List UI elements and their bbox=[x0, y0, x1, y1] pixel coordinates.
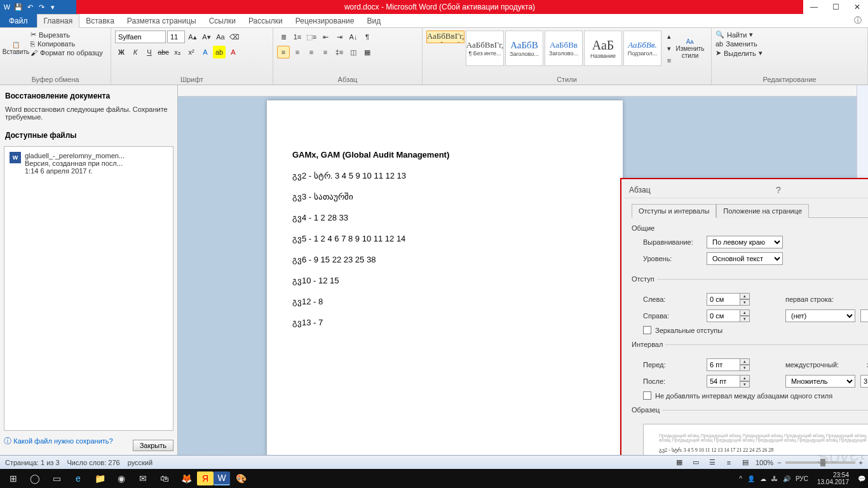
maximize-button[interactable]: ☐ bbox=[825, 0, 846, 14]
italic-button[interactable]: К bbox=[129, 46, 142, 58]
zoom-in-button[interactable]: + bbox=[859, 459, 863, 466]
view-print-layout-icon[interactable]: ▦ bbox=[673, 456, 686, 469]
spin-down-icon[interactable]: ▾ bbox=[740, 316, 750, 322]
indent-left-spinner[interactable]: ▴▾ bbox=[707, 293, 750, 306]
tray-language[interactable]: РУС bbox=[796, 475, 808, 482]
paint-icon[interactable]: 🎨 bbox=[230, 470, 252, 487]
tab-review[interactable]: Рецензирование bbox=[289, 14, 361, 27]
copy-button[interactable]: ⎘Копировать bbox=[31, 40, 103, 48]
no-space-same-style-checkbox[interactable]: Не добавлять интервал между абзацами одн… bbox=[643, 391, 868, 400]
tray-notifications-icon[interactable]: 💬 bbox=[858, 475, 865, 482]
spin-down-icon[interactable]: ▾ bbox=[740, 299, 750, 306]
subscript-button[interactable]: x₂ bbox=[171, 46, 184, 58]
superscript-button[interactable]: x² bbox=[185, 46, 198, 58]
line-spacing-at-spinner[interactable]: ▴▾ bbox=[860, 375, 868, 388]
qat-customize-icon[interactable]: ▾ bbox=[47, 1, 58, 13]
style-subtitle[interactable]: АаБбВв.Подзагол... bbox=[623, 30, 661, 66]
style-title[interactable]: АаБНазвание bbox=[584, 30, 622, 66]
minimize-button[interactable]: — bbox=[803, 0, 825, 14]
change-styles-button[interactable]: Aᴀ Изменить стили bbox=[674, 30, 706, 66]
tab-mailings[interactable]: Рассылки bbox=[242, 14, 289, 27]
font-name-input[interactable] bbox=[115, 30, 166, 43]
save-icon[interactable]: 💾 bbox=[13, 1, 24, 13]
style-heading1[interactable]: АаБбВЗаголово... bbox=[505, 30, 543, 66]
style-heading2[interactable]: АаБбВвЗаголово... bbox=[545, 30, 583, 66]
outdent-icon[interactable]: ⇤ bbox=[319, 30, 332, 43]
status-words[interactable]: Число слов: 276 bbox=[67, 459, 120, 466]
tray-network-icon[interactable]: 🖧 bbox=[771, 475, 778, 482]
start-button[interactable]: ⊞ bbox=[3, 470, 24, 487]
highlight-icon[interactable]: ab bbox=[213, 46, 226, 58]
ribbon-help-icon[interactable]: ⓘ bbox=[848, 14, 868, 27]
sort-icon[interactable]: A↓ bbox=[347, 30, 360, 43]
mirror-indents-checkbox[interactable]: Зеркальные отступы bbox=[643, 326, 868, 334]
line-spacing-icon[interactable]: ‡≡ bbox=[333, 46, 346, 58]
view-outline-icon[interactable]: ≡ bbox=[722, 456, 735, 469]
view-draft-icon[interactable]: ▤ bbox=[739, 456, 752, 469]
recovery-close-button[interactable]: Закрыть bbox=[133, 440, 173, 451]
status-page[interactable]: Страница: 1 из 3 bbox=[5, 459, 60, 466]
align-right-icon[interactable]: ≡ bbox=[305, 46, 318, 58]
justify-icon[interactable]: ≡ bbox=[319, 46, 332, 58]
spacing-before-spinner[interactable]: ▴▾ bbox=[707, 358, 750, 371]
tab-file[interactable]: Файл bbox=[0, 14, 37, 27]
tray-expand-icon[interactable]: ^ bbox=[739, 475, 742, 482]
recovery-file-list[interactable]: W gladuell_-_perelomny_momen... Версия, … bbox=[4, 146, 173, 431]
cut-button[interactable]: ✂Вырезать bbox=[31, 30, 103, 39]
close-button[interactable]: ✕ bbox=[846, 0, 868, 14]
recovered-file-item[interactable]: W gladuell_-_perelomny_momen... Версия, … bbox=[7, 149, 170, 177]
firefox-icon[interactable]: 🦊 bbox=[175, 470, 197, 487]
change-case-icon[interactable]: Aa bbox=[214, 30, 227, 43]
tray-volume-icon[interactable]: 🔊 bbox=[783, 475, 790, 482]
outline-level-select[interactable]: Основной текст bbox=[707, 252, 783, 265]
dialog-help-button[interactable]: ? bbox=[772, 185, 785, 195]
numbering-icon[interactable]: 1≡ bbox=[291, 30, 304, 43]
spin-up-icon[interactable]: ▴ bbox=[740, 293, 750, 299]
spin-down-icon[interactable]: ▾ bbox=[740, 381, 750, 388]
select-button[interactable]: ➤Выделить ▾ bbox=[715, 49, 864, 57]
edge-icon[interactable]: e bbox=[67, 470, 89, 487]
zoom-slider[interactable] bbox=[785, 461, 855, 464]
first-line-select[interactable]: (нет) bbox=[785, 309, 855, 322]
word-taskbar-icon[interactable]: W bbox=[214, 471, 230, 485]
spin-up-icon[interactable]: ▴ bbox=[740, 309, 750, 316]
zoom-out-button[interactable]: − bbox=[777, 459, 781, 466]
format-painter-button[interactable]: 🖌Формат по образцу bbox=[31, 49, 103, 57]
status-language[interactable]: русский bbox=[128, 459, 153, 466]
dialog-tab-position[interactable]: Положение на странице bbox=[716, 204, 809, 218]
recovery-question-link[interactable]: Какой файл нужно сохранить? bbox=[13, 437, 112, 445]
shrink-font-icon[interactable]: A▾ bbox=[200, 30, 213, 43]
undo-icon[interactable]: ↶ bbox=[24, 1, 36, 13]
zoom-level[interactable]: 100% bbox=[756, 459, 773, 466]
tab-view[interactable]: Вид bbox=[360, 14, 387, 27]
yandex-icon[interactable]: Я bbox=[197, 471, 214, 485]
grow-font-icon[interactable]: A▴ bbox=[186, 30, 199, 43]
mail-icon[interactable]: ✉ bbox=[132, 470, 154, 487]
search-icon[interactable]: ◯ bbox=[24, 470, 46, 487]
strike-button[interactable]: abc bbox=[157, 46, 170, 58]
multilevel-icon[interactable]: ⬚≡ bbox=[305, 30, 318, 43]
style-no-spacing[interactable]: АаБбВвГг,¶ Без инте... bbox=[466, 30, 504, 66]
spin-down-icon[interactable]: ▾ bbox=[740, 365, 750, 371]
store-icon[interactable]: 🛍 bbox=[154, 470, 175, 487]
align-left-icon[interactable]: ≡ bbox=[277, 46, 290, 58]
replace-button[interactable]: abЗаменить bbox=[715, 40, 864, 48]
tray-cloud-icon[interactable]: ☁ bbox=[760, 475, 766, 482]
styles-scroll-up-icon[interactable]: ▴ bbox=[663, 30, 675, 42]
shading-icon[interactable]: ◫ bbox=[347, 46, 360, 58]
bullets-icon[interactable]: ≣ bbox=[277, 30, 290, 43]
line-spacing-select[interactable]: Множитель bbox=[785, 375, 855, 388]
tab-insert[interactable]: Вставка bbox=[79, 14, 121, 27]
styles-more-icon[interactable]: ≡ bbox=[663, 55, 675, 66]
underline-button[interactable]: Ч bbox=[143, 46, 156, 58]
tab-layout[interactable]: Разметка страницы bbox=[121, 14, 203, 27]
tray-people-icon[interactable]: 👤 bbox=[747, 475, 755, 482]
styles-scroll-down-icon[interactable]: ▾ bbox=[663, 43, 675, 54]
spin-up-icon[interactable]: ▴ bbox=[740, 358, 750, 365]
bold-button[interactable]: Ж bbox=[115, 46, 128, 58]
align-center-icon[interactable]: ≡ bbox=[291, 46, 304, 58]
spin-up-icon[interactable]: ▴ bbox=[740, 375, 750, 381]
alignment-select[interactable]: По левому краю bbox=[707, 236, 783, 248]
font-size-input[interactable] bbox=[167, 30, 185, 43]
font-color-icon[interactable]: A bbox=[227, 46, 240, 58]
